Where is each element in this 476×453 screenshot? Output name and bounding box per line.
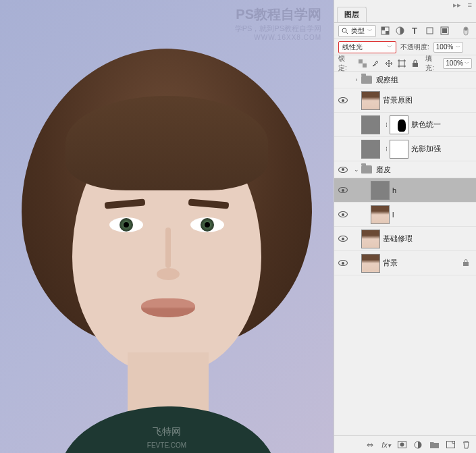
expand-toggle[interactable]: ⌄ [352, 166, 361, 173]
visibility-toggle[interactable] [334, 260, 352, 266]
tab-layers[interactable]: 图层 [337, 7, 367, 22]
visibility-toggle[interactable] [334, 187, 352, 193]
lock-icon [462, 259, 472, 267]
layers-panel: ▸▸ ≡ 图层 类型 ﹀ T 线性光 ﹀ 不透明度: 100% ﹀ [334, 0, 476, 453]
visibility-toggle[interactable] [334, 211, 352, 217]
filter-smart-icon[interactable] [438, 25, 450, 37]
layer-filter-bar: 类型 ﹀ T [334, 23, 476, 39]
layer-thumbnail[interactable] [371, 181, 390, 200]
eye-icon [338, 167, 348, 173]
layer-name[interactable]: 基础修瑕 [383, 234, 472, 244]
new-group-icon[interactable] [430, 441, 440, 448]
layer-name[interactable]: 背景原图 [383, 95, 472, 105]
panel-collapse-icon[interactable]: ▸▸ [453, 1, 461, 7]
layer-mask-thumbnail[interactable] [390, 140, 408, 159]
lock-all-icon[interactable] [410, 58, 420, 69]
chevron-down-icon: ﹀ [387, 43, 392, 51]
layer-row-background[interactable]: 背景 [334, 251, 476, 275]
lock-fill-bar: 锁定: 填充: 100% ﹀ [334, 55, 476, 72]
svg-point-19 [400, 443, 404, 447]
chevron-down-icon: ﹀ [367, 27, 373, 34]
panel-menu-icon[interactable]: ≡ [468, 1, 472, 7]
filter-shape-icon[interactable] [423, 25, 435, 37]
lock-artboard-icon[interactable] [396, 58, 406, 69]
watermark-bottom-url: FEVTE.COM [147, 442, 186, 449]
layers-footer: ⇔ fx▾ [334, 435, 476, 453]
fill-input[interactable]: 100% ﹀ [443, 58, 472, 69]
layer-thumbnail[interactable] [361, 91, 380, 110]
watermark-url: WWW.16XX8.COM [254, 34, 321, 41]
layer-name[interactable]: 观察组 [376, 75, 472, 85]
layer-row[interactable]: ⁞ 肤色统一 [334, 113, 476, 137]
folder-icon [361, 165, 372, 174]
svg-rect-4 [386, 31, 389, 34]
layer-group-row[interactable]: ⌄ 磨皮 [334, 161, 476, 178]
lock-transparency-icon[interactable] [357, 58, 367, 69]
opacity-input[interactable]: 100% ﹀ [433, 42, 463, 53]
expand-toggle[interactable]: › [352, 76, 361, 83]
svg-rect-16 [413, 63, 418, 67]
visibility-toggle[interactable] [334, 236, 352, 242]
layer-name[interactable]: l [392, 211, 472, 219]
blend-mode-select[interactable]: 线性光 ﹀ [338, 41, 396, 53]
mask-link-icon[interactable]: ⁞ [383, 122, 390, 128]
visibility-toggle[interactable] [334, 167, 352, 173]
blend-opacity-bar: 线性光 ﹀ 不透明度: 100% ﹀ [334, 39, 476, 55]
filter-toggle-switch[interactable] [460, 25, 472, 37]
layer-thumbnail[interactable] [361, 254, 380, 273]
svg-rect-17 [463, 262, 469, 266]
svg-rect-8 [442, 28, 447, 33]
mask-link-icon[interactable]: ⁞ [383, 146, 390, 153]
layer-thumbnail[interactable] [361, 115, 380, 134]
filter-type-icon[interactable]: T [408, 25, 421, 37]
folder-icon [361, 76, 372, 84]
svg-rect-13 [363, 59, 367, 63]
visibility-toggle[interactable] [334, 97, 352, 103]
chevron-down-icon: ﹀ [465, 60, 469, 67]
filter-adjustment-icon[interactable] [394, 25, 406, 37]
search-icon [342, 28, 348, 34]
layer-name[interactable]: 肤色统一 [411, 119, 472, 130]
layer-name[interactable]: 光影加强 [411, 144, 472, 154]
link-layers-icon[interactable]: ⇔ [365, 440, 375, 450]
svg-rect-3 [381, 27, 385, 30]
filter-pixel-icon[interactable] [379, 25, 391, 37]
layer-group-row[interactable]: › 观察组 [334, 72, 476, 88]
panel-tabs: 图层 [334, 8, 476, 23]
layer-thumbnail[interactable] [361, 230, 380, 248]
filter-kind-select[interactable]: 类型 ﹀ [338, 25, 376, 37]
eye-icon [338, 236, 348, 242]
layers-list[interactable]: › 观察组 背景原图 ⁞ 肤色统一 ⁞ [334, 72, 476, 435]
delete-layer-icon[interactable] [462, 441, 472, 449]
layer-mask-thumbnail[interactable] [390, 115, 408, 134]
layer-name[interactable]: 背景 [383, 258, 462, 268]
layer-row[interactable]: ⁞ 光影加强 [334, 137, 476, 161]
svg-rect-15 [399, 61, 404, 66]
layer-thumbnail[interactable] [371, 205, 390, 224]
svg-rect-11 [359, 59, 363, 63]
layer-thumbnail[interactable] [361, 140, 380, 159]
watermark-bottom: 飞特网 [153, 426, 181, 438]
svg-point-0 [342, 28, 346, 32]
svg-rect-12 [363, 63, 367, 68]
document-canvas[interactable]: PS教程自学网 学PS，就到PS教程自学网 WWW.16XX8.COM 飞特网 … [0, 0, 334, 453]
layer-row[interactable]: l [334, 203, 476, 227]
eye-icon [338, 97, 348, 103]
layer-row[interactable]: 背景原图 [334, 88, 476, 113]
new-adjustment-icon[interactable] [414, 441, 423, 449]
lock-paint-icon[interactable] [370, 58, 380, 69]
watermark-sub: 学PS，就到PS教程自学网 [235, 24, 321, 34]
layer-name[interactable]: 磨皮 [376, 165, 472, 175]
layer-row[interactable]: 基础修瑕 [334, 227, 476, 251]
fx-icon[interactable]: fx▾ [381, 441, 391, 449]
add-mask-icon[interactable] [398, 441, 407, 448]
fill-label: 填充: [425, 54, 440, 73]
layer-row-selected[interactable]: h [334, 178, 476, 203]
layer-name[interactable]: h [392, 186, 472, 194]
opacity-label: 不透明度: [400, 43, 429, 52]
svg-rect-21 [447, 442, 455, 448]
eye-icon [338, 211, 348, 217]
new-layer-icon[interactable] [446, 441, 456, 448]
lock-position-icon[interactable] [384, 58, 394, 69]
watermark-title: PS教程自学网 [236, 5, 321, 24]
